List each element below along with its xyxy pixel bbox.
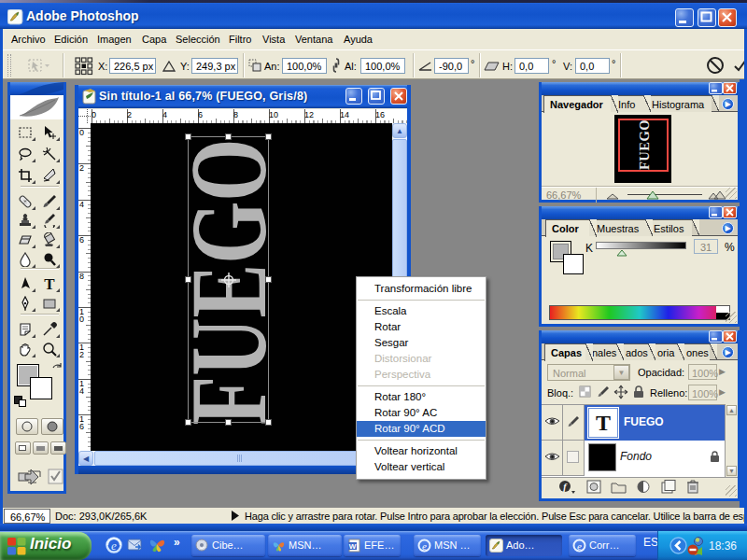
svg-text:e: e <box>577 540 582 552</box>
svg-text:e: e <box>111 539 117 553</box>
svg-text:e: e <box>422 540 427 552</box>
svg-text:T: T <box>44 276 55 291</box>
svg-text:W: W <box>349 542 357 551</box>
